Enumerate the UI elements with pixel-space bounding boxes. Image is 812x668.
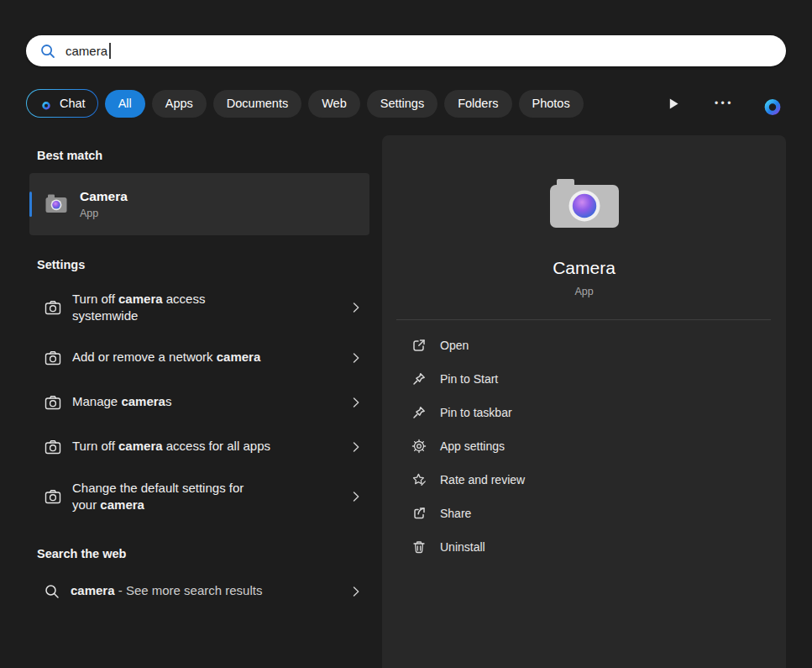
action-uninstall[interactable]: Uninstall [382, 530, 786, 564]
settings-result-add-remove-network-camera[interactable]: Add or remove a network camera [29, 335, 369, 380]
search-icon [39, 43, 56, 60]
search-input[interactable]: camera [65, 44, 107, 58]
action-label: Pin to taskbar [440, 406, 512, 419]
action-label: Share [440, 507, 471, 520]
camera-icon [44, 487, 62, 506]
windows-search-flyout: camera Chat All Apps Documents Web Setti… [0, 0, 812, 668]
star-review-icon [411, 472, 427, 487]
share-icon [411, 506, 427, 521]
search-the-web-heading: Search the web [29, 547, 369, 560]
more-options-button[interactable]: ••• [715, 97, 734, 109]
tab-documents[interactable]: Documents [213, 90, 301, 118]
settings-result-change-default-camera-settings[interactable]: Change the default settings for your cam… [29, 469, 369, 524]
action-share[interactable]: Share [382, 497, 786, 530]
preview-app-title: Camera [382, 258, 786, 278]
result-label: Turn off camera access systemwide [72, 291, 267, 325]
camera-icon [44, 298, 62, 317]
tab-chat-label: Chat [60, 97, 86, 110]
pin-icon [411, 405, 427, 420]
chevron-right-icon [351, 440, 361, 454]
label-segment: Turn off [72, 439, 118, 453]
action-label: Uninstall [440, 540, 485, 554]
web-search-result-camera[interactable]: camera - See more search results [29, 569, 369, 613]
camera-app-icon-small [44, 194, 69, 214]
results-area: Best match Camera App Settings [0, 135, 812, 668]
action-pin-to-taskbar[interactable]: Pin to taskbar [382, 396, 786, 429]
label-segment-bold: camera [121, 394, 165, 408]
settings-result-turn-off-camera-all-apps[interactable]: Turn off camera access for all apps [29, 424, 369, 469]
chevron-right-icon [351, 585, 361, 598]
search-icon [44, 583, 60, 600]
results-list: Best match Camera App Settings [29, 135, 369, 668]
action-label: Open [440, 339, 469, 352]
settings-result-turn-off-camera-systemwide[interactable]: Turn off camera access systemwide [29, 280, 369, 335]
result-label: Turn off camera access for all apps [72, 438, 270, 455]
label-segment: s [165, 394, 172, 408]
label-segment-bold: camera [118, 439, 163, 453]
search-highlights-play-button[interactable] [665, 94, 683, 113]
camera-icon [44, 438, 62, 456]
label-segment: Manage [72, 394, 121, 408]
result-label: Change the default settings for your cam… [72, 480, 267, 514]
camera-icon [44, 393, 62, 412]
tab-web[interactable]: Web [308, 90, 360, 118]
action-open[interactable]: Open [382, 329, 786, 362]
settings-result-manage-cameras[interactable]: Manage cameras [29, 380, 369, 424]
tab-folders[interactable]: Folders [444, 90, 511, 118]
label-segment: access for all apps [163, 439, 270, 453]
label-segment-bold: camera [118, 292, 163, 306]
tab-photos[interactable]: Photos [519, 90, 584, 118]
label-segment-bold: camera [71, 583, 115, 597]
label-segment: - See more search results [115, 583, 263, 597]
label-segment: Add or remove a network [72, 350, 217, 364]
text-cursor [109, 43, 111, 59]
preview-panel: Camera App Open Pin to Start Pin to ta [382, 135, 786, 668]
open-icon [411, 338, 427, 353]
bing-logo[interactable] [757, 89, 786, 118]
camera-app-icon-large [382, 179, 786, 228]
best-match-result-camera[interactable]: Camera App [29, 173, 369, 235]
chevron-right-icon [351, 396, 361, 409]
gear-icon [411, 439, 427, 454]
trash-icon [411, 539, 427, 555]
label-segment-bold: camera [100, 497, 144, 512]
best-match-text: Camera App [80, 189, 128, 219]
divider [396, 319, 771, 320]
result-label: Add or remove a network camera [72, 349, 260, 366]
pin-icon [411, 371, 427, 387]
best-match-subtitle: App [80, 208, 128, 219]
tab-settings[interactable]: Settings [367, 90, 437, 118]
bing-chat-icon [39, 97, 53, 111]
best-match-title: Camera [80, 189, 128, 204]
camera-icon [44, 349, 62, 367]
best-match-heading: Best match [29, 149, 369, 162]
tab-apps[interactable]: Apps [152, 90, 207, 118]
filter-tabs-row: Chat All Apps Documents Web Settings Fol… [26, 89, 786, 118]
search-bar-container: camera [0, 0, 812, 66]
action-label: Rate and review [440, 473, 525, 487]
selection-accent-bar [29, 192, 32, 217]
label-segment-bold: camera [217, 350, 261, 364]
chevron-right-icon [351, 351, 361, 365]
chevron-right-icon [351, 301, 361, 314]
label-segment: Change the default settings for your [72, 481, 244, 512]
search-bar[interactable]: camera [26, 35, 786, 66]
action-app-settings[interactable]: App settings [382, 429, 786, 463]
tab-chat[interactable]: Chat [26, 89, 98, 118]
chevron-right-icon [351, 490, 361, 503]
action-rate-and-review[interactable]: Rate and review [382, 463, 786, 497]
action-label: App settings [440, 439, 505, 453]
action-pin-to-start[interactable]: Pin to Start [382, 362, 786, 396]
tab-all[interactable]: All [105, 90, 145, 118]
result-label: camera - See more search results [71, 582, 262, 599]
settings-heading: Settings [29, 258, 369, 271]
preview-app-subtitle: App [382, 286, 786, 297]
action-label: Pin to Start [440, 372, 498, 386]
label-segment: Turn off [72, 292, 118, 306]
result-label: Manage cameras [72, 393, 171, 410]
